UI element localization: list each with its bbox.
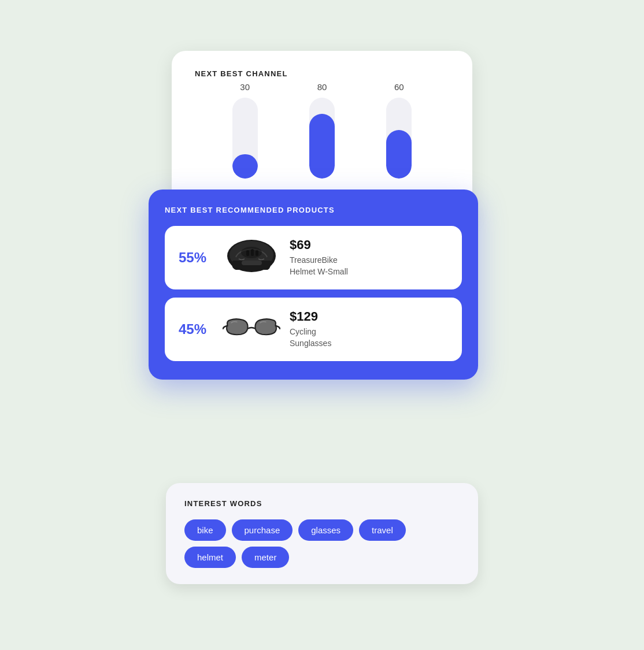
product-card-helmet: 55% $69: [165, 226, 462, 289]
product-image-sunglasses: [223, 309, 280, 350]
interest-card-title: INTEREST WORDS: [184, 499, 460, 508]
product-percentage-helmet: 55%: [179, 250, 213, 266]
product-name-helmet: TreasureBikeHelmet W-Small: [290, 255, 448, 277]
bar-fill-web: [232, 154, 258, 179]
product-price-helmet: $69: [290, 237, 448, 252]
tag-purchase: purchase: [232, 519, 293, 541]
tag-meter: meter: [242, 547, 289, 568]
svg-rect-6: [256, 250, 258, 256]
svg-rect-2: [242, 261, 262, 265]
product-card-sunglasses: 45%: [165, 298, 462, 361]
bar-value-mobile: 80: [317, 82, 327, 92]
product-image-helmet: [223, 237, 280, 278]
bar-track-web: [232, 98, 258, 179]
card-products: NEXT BEST RECOMMENDED PRODUCTS 55%: [149, 190, 478, 380]
product-name-sunglasses: CyclingSunglasses: [290, 326, 448, 349]
bar-group-email: 60 Email: [386, 82, 412, 198]
bar-track-mobile: [309, 98, 335, 179]
bar-value-email: 60: [394, 82, 404, 92]
bar-group-web: 30 Web: [232, 82, 258, 198]
product-percentage-sunglasses: 45%: [179, 321, 213, 337]
product-price-sunglasses: $129: [290, 309, 448, 324]
svg-rect-4: [246, 250, 249, 256]
product-info-helmet: $69 TreasureBikeHelmet W-Small: [290, 237, 448, 277]
bar-fill-email: [386, 130, 412, 179]
bar-fill-mobile: [309, 114, 335, 179]
scene: NEXT BEST CHANNEL 30 Web 80 Mobile 60: [149, 51, 495, 600]
svg-rect-5: [251, 249, 254, 256]
bar-value-web: 30: [240, 82, 250, 92]
bar-track-email: [386, 98, 412, 179]
tag-travel: travel: [359, 519, 406, 541]
channel-card-title: NEXT BEST CHANNEL: [195, 69, 449, 78]
bar-group-mobile: 80 Mobile: [309, 82, 335, 198]
tag-glasses: glasses: [298, 519, 353, 541]
tag-bike: bike: [184, 519, 226, 541]
tag-helmet: helmet: [184, 547, 236, 568]
tags-row: bike purchase glasses travel helmet mete…: [184, 519, 460, 568]
products-card-title: NEXT BEST RECOMMENDED PRODUCTS: [165, 206, 462, 214]
product-info-sunglasses: $129 CyclingSunglasses: [290, 309, 448, 349]
card-interest: INTEREST WORDS bike purchase glasses tra…: [166, 483, 478, 584]
bar-chart: 30 Web 80 Mobile 60 Email: [195, 94, 449, 198]
